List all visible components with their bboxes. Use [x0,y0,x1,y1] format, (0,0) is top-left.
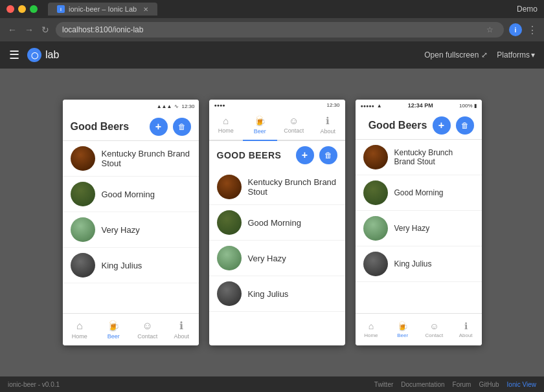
fullscreen-label: Open fullscreen [424,50,479,60]
phone1-title: Good Beers [71,121,130,133]
phone2-beer-avatar-4 [217,281,242,306]
beer-icon: 🍺 [107,320,120,332]
phone3-time: 12:34 PM [408,102,433,109]
phone2-time: 12:30 [326,102,339,108]
phone3-header: Good Beers + 🗑 [356,111,482,140]
phone2-beer-item-2[interactable]: Good Morning [209,205,345,241]
segment-home-icon: ⌂ [223,115,229,126]
phone-material: ●●●● 12:30 ⌂ Home 🍺 Beer ☺ Contact ℹ [209,100,345,345]
phone3-tab-bar: ⌂ Home 🍺 Beer ☺ Contact ℹ About [356,313,482,345]
tab-beer[interactable]: 🍺 Beer [96,314,131,345]
add-beer-button[interactable]: + [150,118,168,136]
phone3-signal: ●●●●● [361,103,374,108]
time-display: 12:30 [181,103,194,109]
segment-tab-about[interactable]: ℹ About [311,110,345,140]
twitter-link[interactable]: Twitter [374,381,393,388]
phone2-beer-avatar-2 [217,210,242,235]
github-link[interactable]: GitHub [479,381,499,388]
phone3-beer-avatar-2 [363,180,388,205]
back-button[interactable]: ← [6,23,18,36]
phone3-beer-list: Kentucky Brunch Brand Stout Good Morning… [356,140,482,313]
phone3-beer-item-4[interactable]: King Julius [356,246,482,282]
phone3-tab-beer[interactable]: 🍺 Beer [387,314,418,345]
platforms-button[interactable]: Platforms ▾ [497,50,535,60]
app-logo: ◯ lab [27,48,59,62]
beer-item-2[interactable]: Good Morning [63,177,199,212]
maximize-dot[interactable] [30,5,38,13]
wifi-icon: ∿ [174,103,179,109]
tab-contact[interactable]: ☺ Contact [131,314,165,345]
phone3-beer-name-1: Kentucky Brunch Brand Stout [394,148,474,166]
tab-favicon: i [57,5,65,13]
phone2-signal: ●●●● [214,103,225,107]
chevron-down-icon: ▾ [531,50,535,60]
signal-icon: ▲▲▲ [157,103,172,109]
tab-home[interactable]: ⌂ Home [63,314,97,345]
phone3-tab-about[interactable]: ℹ About [450,314,482,345]
phone2-beer-item-4[interactable]: King Julius [209,276,345,312]
bookmark-icon[interactable]: ☆ [486,25,493,34]
segment-beer-label: Beer [254,128,266,135]
phone3-tab-contact[interactable]: ☺ Contact [418,314,450,345]
beer-item-1[interactable]: Kentucky Brunch Brand Stout [63,141,199,177]
phone3-contact-icon: ☺ [429,321,438,331]
address-bar[interactable]: localhost:8100/ionic-lab ☆ [56,22,504,38]
phone2-header-icons: + 🗑 [296,146,337,164]
phone2-delete-button[interactable]: 🗑 [319,146,337,164]
phone3-beer-item-1[interactable]: Kentucky Brunch Brand Stout [356,140,482,175]
phone1-status-bar: ▲▲▲ ∿ 12:30 [63,100,199,113]
phone-ios: ●●●●● ▲ 12:34 PM 100% ▮ Good Beers + 🗑 K… [356,100,482,345]
tab-close-button[interactable]: ✕ [143,6,148,13]
content-area: ▲▲▲ ∿ 12:30 Good Beers + 🗑 Kentucky Brun… [0,69,544,376]
beer-item-4[interactable]: King Julius [63,248,199,283]
phone2-beer-item-3[interactable]: Very Hazy [209,241,345,276]
close-dot[interactable] [6,5,14,13]
phone3-delete-button[interactable]: 🗑 [456,116,474,135]
fullscreen-icon: ⤢ [481,50,488,60]
reload-button[interactable]: ↻ [40,23,51,36]
minimize-dot[interactable] [18,5,26,13]
delete-beer-button[interactable]: 🗑 [173,118,191,136]
about-icon: ℹ [179,320,183,332]
menu-icon[interactable]: ⋮ [527,24,538,36]
beer-name-4: King Julius [102,261,142,270]
phone2-add-button[interactable]: + [296,146,314,164]
forward-button[interactable]: → [23,23,35,36]
tab-about[interactable]: ℹ About [164,314,199,345]
user-icon[interactable]: i [509,23,522,36]
phone2-beer-item-1[interactable]: Kentucky Brunch Brand Stout [209,169,345,205]
phone3-tab-home[interactable]: ⌂ Home [356,314,387,345]
phone3-beer-name-4: King Julius [394,259,432,268]
beer-name-3: Very Hazy [102,225,140,235]
phone3-beer-avatar-1 [363,145,388,169]
phone3-beer-avatar-3 [363,216,388,241]
beer-avatar-4 [71,253,95,278]
segment-tab-home[interactable]: ⌂ Home [209,110,244,140]
browser-toolbar: ← → ↻ localhost:8100/ionic-lab ☆ i ⋮ [0,18,544,41]
phone3-tab-home-label: Home [364,332,378,338]
segment-tab-beer[interactable]: 🍺 Beer [243,110,277,141]
phone3-beer-item-3[interactable]: Very Hazy [356,211,482,246]
fullscreen-button[interactable]: Open fullscreen ⤢ [424,50,488,60]
phone3-home-icon: ⌂ [368,321,374,331]
phone3-beer-item-2[interactable]: Good Morning [356,175,482,211]
address-text: localhost:8100/ionic-lab [62,25,143,34]
phone2-beer-list: Kentucky Brunch Brand Stout Good Morning… [209,169,345,345]
phone2-segment-tabs: ⌂ Home 🍺 Beer ☺ Contact ℹ About [209,110,345,141]
documentation-link[interactable]: Documentation [401,381,444,388]
ionic-view-link[interactable]: Ionic View [507,381,536,388]
footer-links: Twitter Documentation Forum GitHub Ionic… [374,381,536,388]
phone2-header: GOOD BEERS + 🗑 [209,141,345,169]
beer-item-3[interactable]: Very Hazy [63,212,199,248]
hamburger-icon[interactable]: ☰ [9,48,19,62]
logo-icon: ◯ [27,48,41,62]
phone3-add-button[interactable]: + [433,116,451,135]
forum-link[interactable]: Forum [453,381,471,388]
phone3-tab-beer-label: Beer [397,332,408,338]
tab-contact-label: Contact [137,333,157,340]
phone3-title: Good Beers [363,120,433,131]
segment-about-icon: ℹ [326,115,330,127]
segment-beer-icon: 🍺 [254,115,266,127]
segment-tab-contact[interactable]: ☺ Contact [277,110,312,140]
browser-tab[interactable]: i ionic-beer – Ionic Lab ✕ [48,3,157,16]
